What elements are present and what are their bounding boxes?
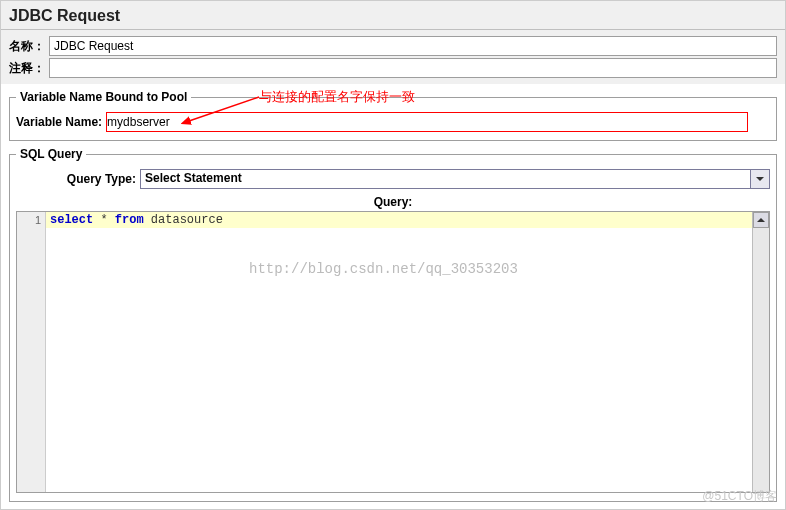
sql-query-fieldset: SQL Query Query Type: Select Statement Q… [9,147,777,502]
scroll-up-button[interactable] [753,212,769,228]
query-type-label: Query Type: [16,172,136,186]
kw-from: from [115,213,144,227]
variable-name-label: Variable Name: [16,115,102,129]
chevron-down-icon [756,177,764,181]
table-token: datasource [144,213,223,227]
variable-name-input[interactable] [106,112,748,132]
footer-attribution: @51CTO博客 [702,488,777,505]
query-label: Query: [16,193,770,211]
chevron-up-icon [757,218,765,222]
kw-select: select [50,213,93,227]
vertical-scrollbar[interactable] [752,212,769,492]
query-editor[interactable]: 1 select * from datasource [16,211,770,493]
code-line: select * from datasource [46,212,752,228]
comment-input[interactable] [49,58,777,78]
name-input[interactable] [49,36,777,56]
comment-label: 注释： [9,60,45,77]
basic-fields: 名称： 注释： [1,30,785,84]
page-title: JDBC Request [9,7,120,24]
sql-query-legend: SQL Query [16,147,86,161]
editor-body[interactable]: select * from datasource [46,212,752,492]
editor-gutter: 1 [17,212,46,492]
line-number: 1 [17,214,41,226]
panel-header: JDBC Request [1,1,785,30]
variable-pool-legend: Variable Name Bound to Pool [16,90,191,104]
dropdown-button[interactable] [750,170,769,188]
query-type-value: Select Statement [141,170,750,188]
annotation-text: 与连接的配置名字保持一致 [259,88,415,106]
query-type-dropdown[interactable]: Select Statement [140,169,770,189]
star-token: * [93,213,115,227]
name-label: 名称： [9,38,45,55]
